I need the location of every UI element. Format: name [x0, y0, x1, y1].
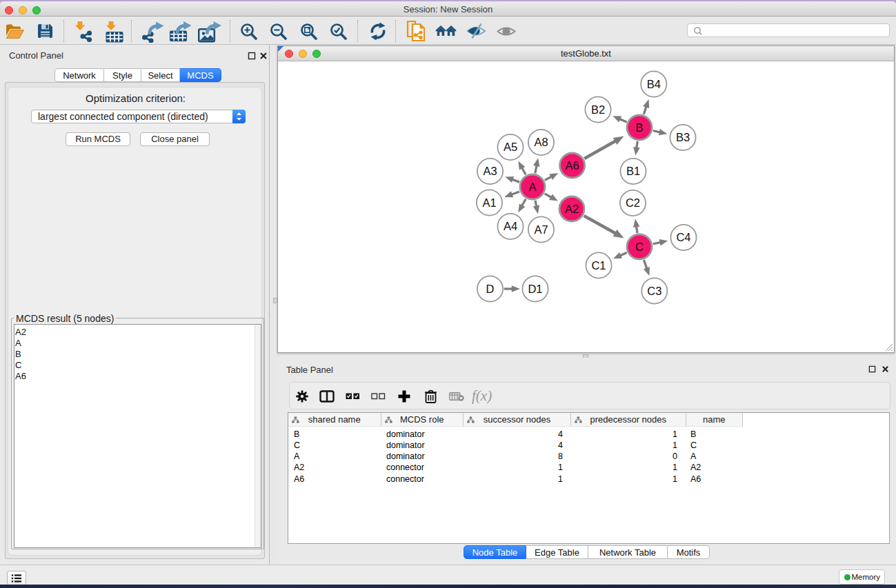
svg-text:A: A — [528, 181, 536, 193]
svg-text:A3: A3 — [483, 165, 497, 177]
svg-text:A8: A8 — [534, 136, 548, 148]
svg-text:A6: A6 — [566, 159, 579, 172]
svg-text:A2: A2 — [565, 203, 579, 215]
svg-text:C1: C1 — [591, 259, 606, 272]
svg-text:B3: B3 — [676, 131, 690, 143]
svg-text:A1: A1 — [482, 196, 496, 209]
svg-text:C3: C3 — [647, 285, 661, 297]
svg-text:C: C — [635, 241, 644, 253]
svg-text:B4: B4 — [647, 78, 661, 90]
svg-text:C4: C4 — [676, 231, 690, 243]
svg-text:B1: B1 — [626, 165, 640, 177]
svg-text:D: D — [486, 283, 495, 295]
svg-text:C2: C2 — [626, 196, 640, 209]
svg-text:B2: B2 — [591, 103, 605, 116]
svg-text:D1: D1 — [528, 283, 542, 295]
svg-text:B: B — [635, 121, 643, 134]
svg-text:A5: A5 — [504, 141, 517, 153]
svg-text:A7: A7 — [534, 223, 548, 236]
svg-text:A4: A4 — [504, 220, 517, 232]
